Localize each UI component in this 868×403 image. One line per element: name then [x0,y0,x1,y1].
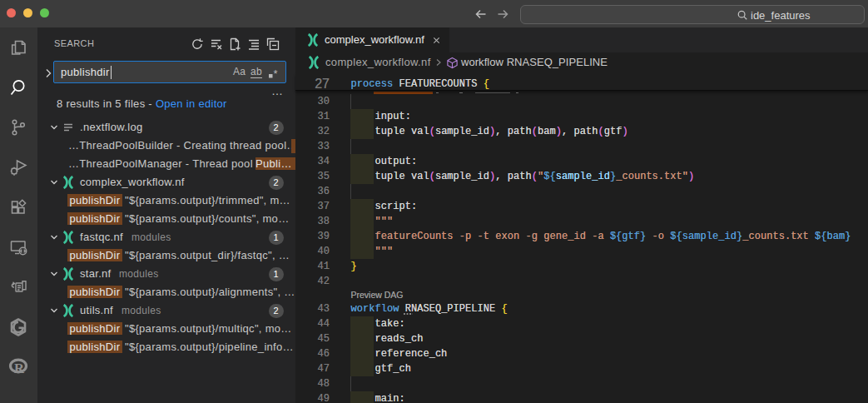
svg-text:*: * [274,67,278,80]
svg-text:R: R [14,361,25,376]
